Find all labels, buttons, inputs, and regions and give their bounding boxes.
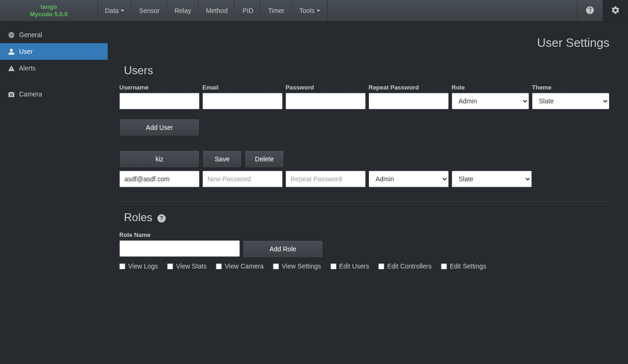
role-label: Role (452, 84, 529, 91)
nav-label: Tools (299, 7, 315, 14)
password-input[interactable] (285, 93, 366, 109)
perm-checkbox[interactable] (167, 263, 173, 269)
content: User Settings Users Username Email Passw… (108, 22, 628, 364)
perm-edit-settings[interactable]: Edit Settings (441, 262, 486, 270)
delete-button[interactable]: Delete (245, 150, 284, 168)
existing-role-select[interactable]: Admin (369, 171, 449, 187)
sidebar: General User Alerts Camera (0, 22, 108, 364)
nav-label: Data (105, 7, 119, 14)
perm-checkbox[interactable] (378, 263, 384, 269)
perm-view-logs[interactable]: View Logs (119, 262, 158, 270)
sidebar-item-label: User (19, 48, 33, 55)
chevron-down-icon (317, 10, 320, 12)
nav-data[interactable]: Data (97, 0, 132, 21)
existing-theme-select[interactable]: Slate (452, 171, 532, 187)
role-name-label: Role Name (119, 231, 240, 238)
theme-select[interactable]: Slate (532, 93, 609, 109)
nav-relay[interactable]: Relay (167, 0, 199, 21)
username-input[interactable] (119, 93, 200, 109)
perm-label: Edit Settings (450, 262, 486, 270)
nav-label: Relay (175, 7, 191, 14)
warning-icon (7, 65, 15, 72)
sidebar-item-user[interactable]: User (0, 43, 108, 60)
nav-label: PID (242, 7, 253, 14)
nav-tools[interactable]: Tools (292, 0, 328, 21)
perm-label: Edit Controllers (387, 262, 432, 270)
sidebar-item-label: General (19, 31, 42, 38)
existing-username: kiz (119, 150, 200, 168)
password-label: Password (285, 84, 366, 91)
top-navbar: tango Mycodo 5.0.0 Data Sensor Relay Met… (0, 0, 628, 22)
perm-label: View Stats (176, 262, 207, 270)
nav-sensor[interactable]: Sensor (132, 0, 167, 21)
role-name-input[interactable] (119, 240, 240, 257)
email-label: Email (202, 84, 283, 91)
users-heading: Users (124, 64, 609, 77)
gear-icon (611, 6, 620, 16)
chevron-down-icon (121, 10, 124, 12)
perm-label: View Settings (282, 262, 321, 270)
username-label: Username (119, 84, 200, 91)
roles-heading: Roles ? (124, 211, 609, 224)
perm-label: Edit Users (339, 262, 369, 270)
repeat-password-input[interactable] (369, 93, 449, 109)
nav-right (577, 0, 628, 21)
user-icon (7, 48, 15, 55)
perm-checkbox[interactable] (273, 263, 279, 269)
role-select[interactable]: Admin (452, 93, 529, 109)
nav-label: Sensor (139, 7, 160, 14)
nav-label: Timer (268, 7, 285, 14)
existing-new-password-input[interactable] (202, 171, 283, 187)
nav-items: Data Sensor Relay Method PID Timer Tools (97, 0, 328, 21)
brand-host: tango (40, 3, 57, 11)
perm-edit-controllers[interactable]: Edit Controllers (378, 262, 432, 270)
add-role-row: Add Role (119, 240, 609, 258)
help-icon[interactable]: ? (157, 214, 166, 223)
existing-repeat-password-input[interactable] (285, 171, 366, 187)
page-title: User Settings (119, 36, 609, 50)
new-user-row: Username Email Password Repeat Password … (119, 84, 609, 109)
settings-button[interactable] (602, 0, 628, 21)
theme-label: Theme (532, 84, 609, 91)
existing-email-input[interactable] (119, 171, 200, 187)
nav-method[interactable]: Method (199, 0, 235, 21)
help-button[interactable] (577, 0, 602, 21)
perm-view-settings[interactable]: View Settings (273, 262, 321, 270)
sidebar-item-general[interactable]: General (0, 26, 108, 43)
nav-label: Method (206, 7, 228, 14)
perm-view-stats[interactable]: View Stats (167, 262, 207, 270)
sidebar-item-label: Alerts (19, 64, 36, 72)
main: General User Alerts Camera User Settings… (0, 22, 628, 364)
brand-app: Mycodo 5.0.0 (30, 11, 68, 18)
add-user-button[interactable]: Add User (119, 119, 200, 136)
roles-heading-text: Roles (124, 211, 152, 224)
perm-label: View Logs (128, 262, 158, 270)
perm-checkbox[interactable] (330, 263, 337, 269)
perm-view-camera[interactable]: View Camera (216, 262, 264, 270)
perm-edit-users[interactable]: Edit Users (330, 262, 369, 270)
nav-pid[interactable]: PID (235, 0, 260, 21)
perm-checkbox[interactable] (119, 263, 125, 269)
sidebar-item-alerts[interactable]: Alerts (0, 60, 108, 77)
globe-icon (7, 32, 15, 38)
email-input[interactable] (202, 93, 283, 109)
save-button[interactable]: Save (202, 150, 242, 168)
help-icon (585, 6, 595, 16)
brand: tango Mycodo 5.0.0 (0, 0, 97, 21)
existing-user-fields: Admin Slate (119, 171, 609, 187)
perm-label: View Camera (225, 262, 264, 270)
sidebar-spacer (0, 77, 108, 86)
sidebar-item-label: Camera (19, 90, 42, 98)
nav-timer[interactable]: Timer (261, 0, 292, 21)
role-permissions: View Logs View Stats View Camera View Se… (119, 262, 609, 270)
camera-icon (7, 91, 15, 98)
add-role-button[interactable]: Add Role (243, 240, 323, 258)
perm-checkbox[interactable] (216, 263, 222, 269)
section-divider (119, 201, 609, 202)
repeat-password-label: Repeat Password (369, 84, 449, 91)
existing-user-actions: kiz Save Delete (119, 150, 609, 168)
perm-checkbox[interactable] (441, 263, 447, 269)
sidebar-item-camera[interactable]: Camera (0, 86, 108, 102)
